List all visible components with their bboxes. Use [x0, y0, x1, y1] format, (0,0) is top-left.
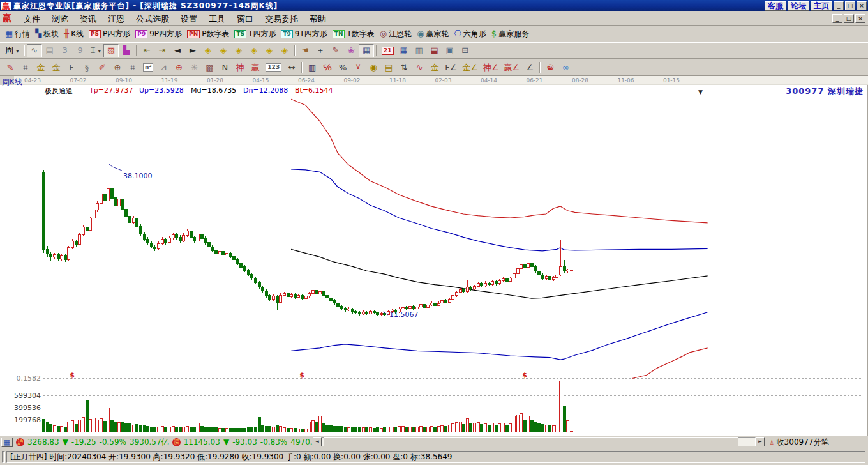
mdi-close-button[interactable]: × [855, 14, 865, 23]
gold-grid-2[interactable]: 金 [49, 61, 64, 74]
grid-tool-2[interactable]: ⌗ [125, 61, 140, 74]
menu-公式选股[interactable]: 公式选股 [130, 13, 175, 25]
scrollbar-thumb[interactable] [324, 437, 738, 446]
win-grid[interactable]: 赢 [248, 61, 263, 74]
h-range[interactable]: ↔ [284, 61, 299, 74]
fib-levels[interactable]: ▥ [304, 61, 320, 74]
gold-circle[interactable]: ◉ [366, 61, 381, 74]
f-angle[interactable]: F∠ [442, 61, 460, 74]
p-square[interactable]: PSP四方形 [86, 27, 133, 41]
close-button[interactable]: × [857, 1, 867, 10]
memo-tool[interactable]: ▥ [412, 44, 427, 57]
titlebar-link-3[interactable]: 主页 [811, 1, 832, 11]
bars-3[interactable]: 3 [57, 44, 73, 57]
restore-button[interactable]: □ [845, 1, 855, 10]
multi-angle[interactable]: ∠ [522, 61, 537, 74]
web-grid[interactable]: ▩ [202, 61, 217, 74]
9t-square[interactable]: T99T四方形 [278, 27, 329, 41]
note-pad[interactable]: ▤ [42, 44, 57, 57]
t-number-table[interactable]: TNT数字表 [330, 27, 377, 41]
pencil-tool[interactable]: ✎ [3, 61, 18, 74]
angle-pencil[interactable]: ✐ [94, 61, 110, 74]
chart-area[interactable]: 0.1582599304399536199768$$$38.100011.506… [0, 85, 868, 436]
menu-浏览[interactable]: 浏览 [46, 13, 74, 25]
updown-tool[interactable]: ⇅ [396, 61, 412, 74]
titlebar-link-2[interactable]: 论坛 [788, 1, 809, 11]
step-forward[interactable]: ► [185, 44, 200, 57]
9p-square[interactable]: P99P四方形 [133, 27, 184, 41]
crosshair-tool[interactable]: ＋ [313, 44, 328, 57]
menu-设置[interactable]: 设置 [175, 13, 203, 25]
shen-angle[interactable]: 神∠ [481, 61, 502, 74]
calendar-tool[interactable]: 21 [379, 44, 396, 57]
spiral-tool[interactable]: § [79, 61, 94, 74]
jump-last[interactable]: ⇥ [154, 44, 170, 57]
t-square[interactable]: TST四方形 [232, 27, 278, 41]
menu-交易委托[interactable]: 交易委托 [259, 13, 304, 25]
shen-grid[interactable]: 神 [232, 61, 248, 74]
jump-first[interactable]: ⇤ [139, 44, 154, 57]
menu-文件[interactable]: 文件 [18, 13, 46, 25]
sectors[interactable]: ▚板块 [33, 27, 61, 41]
percent-line[interactable]: ⊻ [350, 61, 366, 74]
hand-tool[interactable]: ☚ [297, 44, 313, 57]
zigzag-chart[interactable]: ∿ [27, 44, 42, 57]
n-ticks[interactable]: Ν [217, 61, 232, 74]
save-tool[interactable]: ⬓ [427, 44, 442, 57]
diamond-left[interactable]: ◈ [200, 44, 216, 57]
step-back[interactable]: ◄ [170, 44, 185, 57]
gold-box[interactable]: ▤ [381, 61, 396, 74]
f-grid[interactable]: F [64, 61, 79, 74]
erase-tool[interactable]: ✎ [328, 44, 343, 57]
diamond-right[interactable]: ◈ [216, 44, 231, 57]
chart-horizontal-scrollbar[interactable]: ◄ ► [313, 437, 765, 446]
diamond-compress[interactable]: ◈ [262, 44, 277, 57]
market-quotes[interactable]: ▦行情 [3, 27, 33, 41]
titlebar-link-1[interactable]: 客服 [765, 1, 786, 11]
gold-line[interactable]: 金 [427, 61, 442, 74]
percent-down[interactable]: ℅ [320, 61, 335, 74]
n-square[interactable]: n² [140, 61, 156, 74]
diamond-expand[interactable]: ◈ [231, 44, 246, 57]
diamond-shrink[interactable]: ◈ [246, 44, 262, 57]
gann-wheel[interactable]: ◎江恩轮 [377, 27, 414, 41]
gold-grid-1[interactable]: 金 [33, 61, 49, 74]
grid-123[interactable]: 123 [263, 61, 284, 74]
menu-工具[interactable]: 工具 [203, 13, 231, 25]
color-bars[interactable]: ▙ [119, 44, 134, 57]
menu-窗口[interactable]: 窗口 [231, 13, 259, 25]
circle-arrows[interactable]: ⊕ [110, 61, 125, 74]
snapshot-tool[interactable]: ▣ [442, 44, 458, 57]
kline[interactable]: ╫K线 [61, 27, 86, 41]
print-tool[interactable]: ⊟ [458, 44, 473, 57]
percent[interactable]: % [335, 61, 350, 74]
flower-tool[interactable]: ❀ [343, 44, 359, 57]
win-angle[interactable]: 赢∠ [502, 61, 523, 74]
bars-9[interactable]: 9 [73, 44, 88, 57]
market-grid-button[interactable]: ▦ [1, 438, 13, 447]
star-web[interactable]: ✳ [186, 61, 202, 74]
grid-tool-1[interactable]: ⌗ [18, 61, 33, 74]
diamond-full[interactable]: ◈ [277, 44, 292, 57]
infinity[interactable]: ∞ [558, 61, 573, 74]
p-number-table[interactable]: PNP数字表 [184, 27, 232, 41]
wave-line[interactable]: ∿ [412, 61, 427, 74]
gold-angle[interactable]: 金∠ [460, 61, 481, 74]
target-red[interactable]: ⊕ [171, 61, 186, 74]
hexagon[interactable]: ⎔六角形 [452, 27, 489, 41]
scroll-left-button[interactable]: ◄ [313, 437, 322, 446]
mdi-restore-button[interactable]: □ [844, 14, 854, 23]
scroll-right-button[interactable]: ► [756, 437, 765, 446]
grid-calc-tool[interactable]: ▦ [359, 44, 374, 57]
candle-style[interactable]: ⌶▼ [88, 44, 103, 57]
menu-江恩[interactable]: 江恩 [102, 13, 130, 25]
tick-feed-link[interactable]: ⍋ 收300977分笔 [770, 437, 828, 448]
menu-资讯[interactable]: 资讯 [74, 13, 102, 25]
menu-帮助[interactable]: 帮助 [304, 13, 332, 25]
minimize-button[interactable]: _ [834, 1, 844, 10]
triangle-rule[interactable]: ⊿ [156, 61, 171, 74]
mdi-minimize-button[interactable]: _ [832, 14, 842, 23]
period-selector[interactable]: 周▼ [3, 44, 22, 57]
winner-service[interactable]: $赢家服务 [489, 27, 532, 41]
taichi[interactable]: ☯ [542, 61, 558, 74]
